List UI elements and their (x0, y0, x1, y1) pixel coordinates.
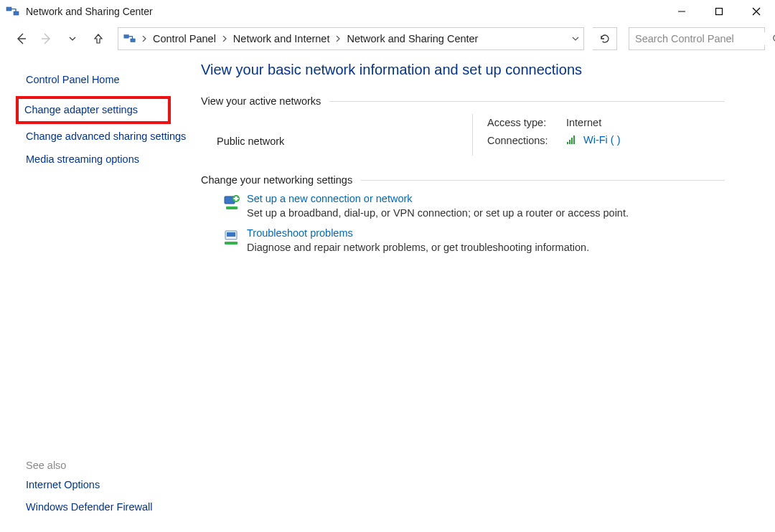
troubleshoot-icon (218, 227, 247, 253)
search-input[interactable] (634, 32, 772, 45)
breadcrumb-network-and-internet[interactable]: Network and Internet (230, 33, 333, 44)
connection-link[interactable]: Wi-Fi ( ) (583, 134, 621, 146)
svg-rect-8 (124, 35, 128, 39)
window-titlebar: Network and Sharing Center (0, 0, 775, 23)
breadcrumb-control-panel[interactable]: Control Panel (150, 33, 219, 44)
search-box[interactable] (629, 27, 765, 50)
sidebar: Control Panel Home Change adapter settin… (0, 54, 188, 532)
sidebar-media-streaming-options[interactable]: Media streaming options (26, 153, 188, 167)
network-center-icon (6, 4, 20, 19)
close-button[interactable] (738, 0, 775, 23)
access-type-label: Access type: (487, 117, 566, 128)
svg-rect-22 (227, 232, 235, 237)
sidebar-change-advanced-sharing[interactable]: Change advanced sharing settings (26, 130, 188, 144)
setup-new-connection-link[interactable]: Set up a new connection or network (247, 193, 413, 204)
sidebar-control-panel-home[interactable]: Control Panel Home (26, 73, 188, 87)
page-heading: View your basic network information and … (201, 62, 725, 78)
svg-rect-9 (131, 39, 135, 42)
new-connection-icon (218, 193, 247, 219)
svg-rect-3 (716, 9, 723, 15)
active-network-block: Public network Access type: Internet Con… (217, 114, 725, 156)
svg-rect-1 (14, 11, 19, 15)
troubleshoot-item: Troubleshoot problems Diagnose and repai… (218, 227, 725, 253)
access-type-value: Internet (566, 117, 601, 128)
svg-rect-15 (573, 136, 575, 144)
svg-rect-13 (569, 140, 570, 144)
setup-new-connection-desc: Set up a broadband, dial-up, or VPN conn… (247, 207, 725, 219)
svg-rect-0 (6, 7, 11, 11)
change-settings-label: Change your networking settings (201, 174, 352, 186)
network-category: Public network (217, 136, 468, 147)
svg-rect-14 (571, 138, 573, 144)
sidebar-internet-options[interactable]: Internet Options (26, 478, 188, 493)
setup-new-connection-item: Set up a new connection or network Set u… (218, 193, 725, 219)
connections-label: Connections: (487, 135, 566, 146)
section-divider (361, 180, 725, 181)
refresh-button[interactable] (593, 27, 617, 50)
breadcrumb[interactable]: Control Panel Network and Internet Netwo… (118, 27, 584, 50)
chevron-right-icon[interactable] (332, 28, 344, 49)
troubleshoot-desc: Diagnose and repair network problems, or… (247, 242, 725, 253)
svg-rect-19 (234, 198, 239, 199)
chevron-right-icon[interactable] (138, 28, 150, 49)
minimize-button[interactable] (663, 0, 700, 23)
main-content: View your basic network information and … (188, 54, 775, 532)
wifi-signal-icon (566, 135, 578, 147)
back-button[interactable] (10, 28, 32, 49)
highlight-annotation: Change adapter settings (16, 96, 171, 125)
sidebar-windows-defender-firewall[interactable]: Windows Defender Firewall (26, 500, 188, 515)
troubleshoot-link[interactable]: Troubleshoot problems (247, 227, 353, 239)
vertical-divider (472, 114, 473, 156)
recent-locations-dropdown[interactable] (62, 28, 83, 49)
network-center-icon (121, 30, 138, 47)
see-also-label: See also (26, 460, 188, 471)
svg-rect-12 (567, 142, 568, 144)
chevron-right-icon[interactable] (219, 28, 230, 49)
navigation-toolbar: Control Panel Network and Internet Netwo… (0, 23, 775, 54)
svg-rect-20 (226, 206, 238, 209)
search-icon[interactable] (772, 32, 775, 46)
window-title: Network and Sharing Center (26, 6, 153, 17)
up-button[interactable] (88, 28, 109, 49)
active-networks-label: View your active networks (201, 95, 321, 107)
section-divider (329, 101, 725, 102)
sidebar-change-adapter-settings[interactable]: Change adapter settings (24, 103, 162, 118)
maximize-button[interactable] (700, 0, 738, 23)
breadcrumb-network-sharing-center[interactable]: Network and Sharing Center (344, 33, 481, 44)
forward-button[interactable] (36, 28, 57, 49)
address-history-dropdown[interactable] (568, 28, 583, 49)
svg-rect-23 (225, 242, 238, 244)
